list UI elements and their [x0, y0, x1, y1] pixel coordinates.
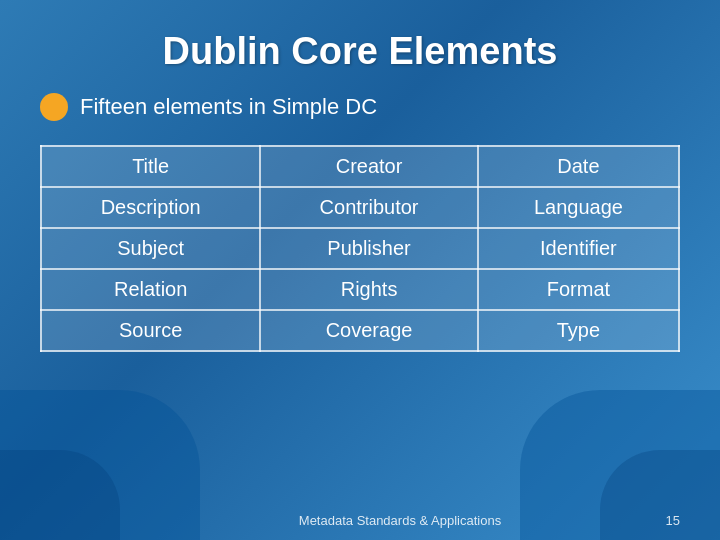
- cell-publisher: Publisher: [260, 228, 477, 269]
- table-row: Title Creator Date: [41, 146, 679, 187]
- table-row: Description Contributor Language: [41, 187, 679, 228]
- cell-identifier: Identifier: [478, 228, 679, 269]
- cell-source: Source: [41, 310, 260, 351]
- cell-rights: Rights: [260, 269, 477, 310]
- cell-relation: Relation: [41, 269, 260, 310]
- table-row: Source Coverage Type: [41, 310, 679, 351]
- cell-coverage: Coverage: [260, 310, 477, 351]
- cell-contributor: Contributor: [260, 187, 477, 228]
- subtitle-row: Fifteen elements in Simple DC: [40, 93, 680, 121]
- cell-creator: Creator: [260, 146, 477, 187]
- cell-type: Type: [478, 310, 679, 351]
- cell-title: Title: [41, 146, 260, 187]
- table-row: Relation Rights Format: [41, 269, 679, 310]
- cell-subject: Subject: [41, 228, 260, 269]
- page-number: 15: [666, 513, 680, 528]
- bullet-icon: [40, 93, 68, 121]
- slide: Dublin Core Elements Fifteen elements in…: [0, 0, 720, 540]
- elements-table: Title Creator Date Description Contribut…: [40, 145, 680, 352]
- cell-format: Format: [478, 269, 679, 310]
- footer: Metadata Standards & Applications 15: [0, 513, 720, 528]
- elements-table-container: Title Creator Date Description Contribut…: [40, 145, 680, 520]
- cell-date: Date: [478, 146, 679, 187]
- footer-credit: Metadata Standards & Applications: [0, 513, 720, 528]
- cell-description: Description: [41, 187, 260, 228]
- cell-language: Language: [478, 187, 679, 228]
- slide-title: Dublin Core Elements: [163, 30, 558, 73]
- table-row: Subject Publisher Identifier: [41, 228, 679, 269]
- slide-subtitle: Fifteen elements in Simple DC: [80, 94, 377, 120]
